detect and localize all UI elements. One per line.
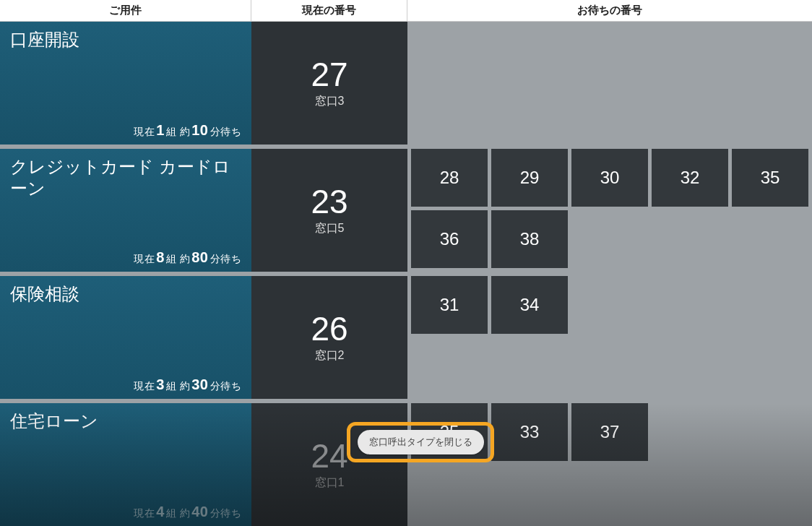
header-now: 現在の番号 <box>251 0 407 21</box>
queue-display: ご用件 現在の番号 お待ちの番号 口座開設現在1組 約10分待ち27窓口3クレジ… <box>0 0 812 526</box>
waiting-cell: 3134 <box>407 276 812 399</box>
service-status: 現在4組 約40分待ち <box>134 504 241 520</box>
service-cell: 口座開設現在1組 約10分待ち <box>0 22 251 145</box>
now-serving-number: 27 <box>311 58 347 91</box>
service-title: クレジットカード カードローン <box>10 156 241 199</box>
waiting-ticket: 32 <box>652 149 728 207</box>
waiting-ticket: 31 <box>411 276 488 334</box>
service-status: 現在3組 約30分待ち <box>134 376 241 393</box>
header-service: ご用件 <box>0 0 251 21</box>
now-serving-number: 26 <box>311 312 347 345</box>
close-button-highlight: 窓口呼出タイプを閉じる <box>347 422 494 462</box>
service-title: 口座開設 <box>10 29 241 51</box>
now-serving-number: 24 <box>311 439 347 473</box>
service-cell: 住宅ローン現在4組 約40分待ち <box>0 403 251 526</box>
service-status: 現在1組 約10分待ち <box>134 122 241 139</box>
waiting-ticket: 36 <box>411 210 488 268</box>
waiting-ticket: 34 <box>491 276 568 334</box>
service-row: クレジットカード カードローン現在8組 約80分待ち23窓口5282930323… <box>0 149 812 272</box>
now-serving-counter: 窓口5 <box>315 221 345 236</box>
header-waiting: お待ちの番号 <box>407 0 812 21</box>
now-serving-number: 23 <box>311 185 347 218</box>
waiting-cell <box>407 22 812 145</box>
service-title: 住宅ローン <box>10 410 241 432</box>
waiting-ticket: 33 <box>491 403 568 461</box>
now-serving-cell: 26窓口2 <box>251 276 407 399</box>
waiting-ticket: 29 <box>491 149 568 207</box>
service-row: 保険相談現在3組 約30分待ち26窓口23134 <box>0 276 812 399</box>
header-row: ご用件 現在の番号 お待ちの番号 <box>0 0 812 22</box>
waiting-ticket: 37 <box>571 403 648 461</box>
waiting-ticket: 30 <box>571 149 648 207</box>
waiting-cell: 28293032353638 <box>407 149 812 272</box>
waiting-row: 3638 <box>407 210 812 268</box>
waiting-ticket: 35 <box>732 149 808 207</box>
close-call-type-button[interactable]: 窓口呼出タイプを閉じる <box>358 430 484 454</box>
waiting-row: 2829303235 <box>407 149 812 207</box>
now-serving-counter: 窓口3 <box>315 94 345 109</box>
now-serving-cell: 23窓口5 <box>251 149 407 272</box>
now-serving-counter: 窓口1 <box>315 475 345 491</box>
service-row: 口座開設現在1組 約10分待ち27窓口3 <box>0 22 812 145</box>
service-cell: クレジットカード カードローン現在8組 約80分待ち <box>0 149 251 272</box>
waiting-ticket: 28 <box>411 149 488 207</box>
waiting-row: 3134 <box>407 276 812 334</box>
now-serving-cell: 27窓口3 <box>251 22 407 145</box>
now-serving-counter: 窓口2 <box>315 348 345 363</box>
service-title: 保険相談 <box>10 283 241 305</box>
service-status: 現在8組 約80分待ち <box>134 249 241 266</box>
waiting-ticket: 38 <box>491 210 568 268</box>
service-cell: 保険相談現在3組 約30分待ち <box>0 276 251 399</box>
